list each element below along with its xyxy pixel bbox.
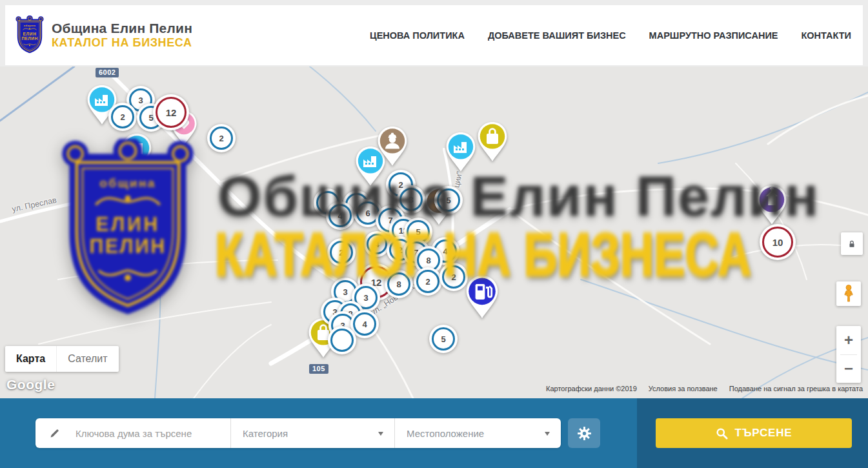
map-canvas[interactable]: 6002105ул. Преславбул. „Новоселци“ции" 3… <box>0 66 868 398</box>
lock-button[interactable] <box>841 232 863 255</box>
map-copyright: Картографски данни ©2019 <box>546 385 637 392</box>
search-bar: Категория Местоположение <box>0 398 868 468</box>
map-type-control: Карта Сателит <box>5 346 119 372</box>
cluster-marker[interactable]: 12 <box>153 94 189 130</box>
cluster-marker[interactable]: 4 <box>326 201 354 230</box>
nav-pricing-policy[interactable]: ЦЕНОВА ПОЛИТИКА <box>370 30 465 41</box>
keyword-search-input[interactable] <box>74 427 222 440</box>
cluster-marker[interactable]: 4 <box>364 231 390 257</box>
nav-contacts[interactable]: КОНТАКТИ <box>801 30 851 41</box>
factory-pin[interactable] <box>121 133 152 174</box>
cluster-marker[interactable]: 10 <box>760 224 796 260</box>
cluster-marker[interactable]: 8 <box>385 270 413 298</box>
chevron-down-icon <box>545 432 550 438</box>
search-input-group: Категория Местоположение <box>35 418 561 448</box>
svg-text:община: община <box>24 23 36 26</box>
nav-add-your-business[interactable]: ДОБАВЕТЕ ВАШИЯТ БИЗНЕС <box>488 30 626 41</box>
advanced-settings-button[interactable] <box>568 418 600 448</box>
location-select[interactable]: Местоположение <box>394 418 561 448</box>
gear-icon <box>576 425 592 442</box>
cluster-marker[interactable] <box>328 326 356 354</box>
logo-title: Община Елин Пелин <box>52 21 192 36</box>
cluster-marker[interactable]: 5 <box>434 186 463 214</box>
zoom-control: + − <box>836 326 861 383</box>
pencil-icon <box>49 428 60 439</box>
cluster-marker[interactable]: 2 <box>439 263 468 291</box>
chevron-down-icon <box>378 432 383 438</box>
zoom-in-button[interactable]: + <box>836 326 861 354</box>
cluster-marker[interactable]: 5 <box>429 325 458 353</box>
fuel-pin[interactable] <box>465 275 499 320</box>
logo-text: Община Елин Пелин КАТАЛОГ НА БИЗНЕСА <box>52 21 192 50</box>
search-button-label: ТЪРСЕНЕ <box>735 427 792 440</box>
cluster-marker[interactable]: 2 <box>108 103 137 131</box>
site-logo[interactable]: община ЕЛИН ПЕЛИН Община Елин Пелин КАТА… <box>14 15 192 56</box>
category-select-label: Категория <box>243 428 288 439</box>
church-pin[interactable] <box>756 185 787 226</box>
pegman-icon <box>842 284 855 303</box>
report-error-link[interactable]: Подаване на сигнал за грешка в картата <box>729 385 863 392</box>
nav-route-schedule[interactable]: МАРШРУТНО РАЗПИСАНИЕ <box>649 30 778 41</box>
keyword-section <box>35 418 230 448</box>
main-nav: ЦЕНОВА ПОЛИТИКА ДОБАВЕТЕ ВАШИЯТ БИЗНЕС М… <box>370 30 851 41</box>
map-attribution: Картографски данни ©2019 Условия за полз… <box>546 385 863 392</box>
svg-text:ПЕЛИН: ПЕЛИН <box>21 36 37 41</box>
svg-text:ЕЛИН: ЕЛИН <box>23 32 36 36</box>
header: община ЕЛИН ПЕЛИН Община Елин Пелин КАТА… <box>5 5 863 65</box>
cluster-marker[interactable]: 2 <box>414 267 442 296</box>
google-logo[interactable]: Google <box>6 377 55 392</box>
shopping-bag-pin[interactable] <box>477 121 508 163</box>
zoom-out-button[interactable]: − <box>836 355 861 383</box>
pegman-button[interactable] <box>836 281 861 306</box>
municipality-emblem-icon: община ЕЛИН ПЕЛИН <box>14 15 45 56</box>
marker-layer: 32512223546713542274812822333834510 <box>0 66 868 398</box>
logo-subtitle: КАТАЛОГ НА БИЗНЕСА <box>52 36 192 50</box>
terms-link[interactable]: Условия за ползване <box>649 385 718 392</box>
lock-icon <box>847 239 856 249</box>
cluster-marker[interactable]: 2 <box>327 238 356 267</box>
map-type-satellite-button[interactable]: Сателит <box>56 346 118 372</box>
search-button[interactable]: ТЪРСЕНЕ <box>656 418 852 448</box>
category-select[interactable]: Категория <box>230 418 394 448</box>
factory-pin[interactable] <box>445 132 476 173</box>
map-type-map-button[interactable]: Карта <box>5 346 56 372</box>
search-icon <box>716 427 728 440</box>
location-select-label: Местоположение <box>407 428 484 439</box>
worker-pin[interactable] <box>377 126 408 167</box>
cluster-marker[interactable]: 2 <box>207 124 236 152</box>
